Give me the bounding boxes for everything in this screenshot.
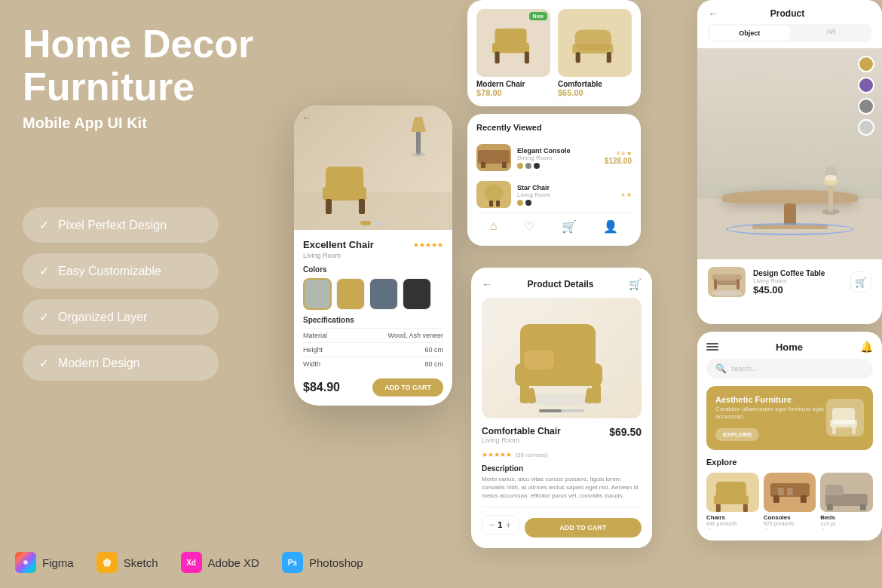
image-dots <box>360 221 386 225</box>
phone-main-mockup: ← ♡ Excellent Chair ★★★★★ Living Room Co… <box>294 106 452 406</box>
svg-point-8 <box>411 152 426 157</box>
pd-reviews: (38 reviews) <box>515 452 548 458</box>
nav-cart-icon[interactable]: 🛒 <box>562 219 577 234</box>
dot-1 <box>360 221 371 225</box>
pd-stars-row: ★★★★★ (38 reviews) <box>482 446 561 460</box>
pd-product-room: Living Room <box>482 436 561 444</box>
explore-beds[interactable]: Beds 214 pr. → <box>820 473 873 531</box>
star-chair-room: Living Room <box>517 191 615 198</box>
swatch-3[interactable] <box>369 278 398 310</box>
notification-bell-icon[interactable]: 🔔 <box>860 341 873 353</box>
pd-chair-image <box>482 298 642 418</box>
ar-product-price: $45.00 <box>753 284 843 296</box>
palette-light[interactable] <box>858 119 874 136</box>
product-modern-chair[interactable]: New Modern Chair $78.00 <box>476 9 550 97</box>
explore-consoles[interactable]: Consoles 925 products → <box>764 473 816 531</box>
menu-line-2 <box>706 346 718 348</box>
dot-3 <box>381 221 386 225</box>
add-to-cart-button[interactable]: ADD TO CART <box>372 378 443 397</box>
ar-view-area <box>697 48 882 259</box>
feature-item-4: ✓ Modern Design <box>23 345 219 381</box>
pd-name-info: Comfortable Chair Living Room ★★★★★ (38 … <box>482 426 561 460</box>
viewed-item-chair[interactable]: Star Chair Living Room 4.★ <box>476 176 632 213</box>
svg-rect-19 <box>502 162 507 168</box>
search-bar[interactable]: 🔍 search... <box>706 359 873 378</box>
star-chair-info: Star Chair Living Room <box>517 184 615 206</box>
nav-heart-icon[interactable]: ♡ <box>435 112 445 124</box>
ar-back-arrow[interactable]: ← <box>708 8 718 20</box>
spec-material: Material Wood, Ash veneer <box>303 328 443 342</box>
explore-section-title: Explore <box>706 458 873 467</box>
svg-marker-1 <box>103 558 111 566</box>
beds-link[interactable]: → <box>820 526 873 531</box>
nav-heart-nav-icon[interactable]: ♡ <box>524 219 534 234</box>
svg-rect-57 <box>860 504 866 510</box>
pd-product-price: $69.50 <box>609 426 642 438</box>
palette-gold[interactable] <box>858 56 874 72</box>
pd-back-arrow[interactable]: ← <box>482 278 492 290</box>
cdot-2 <box>525 163 531 169</box>
promo-banner[interactable]: Aesthetic Furniture Curabitur ullamcorpe… <box>706 386 873 450</box>
figma-label: Figma <box>42 556 74 569</box>
nav-back-arrow[interactable]: ← <box>302 112 312 124</box>
footer-tools: Figma Sketch Xd Adobe XD Ps Photoshop <box>15 552 363 573</box>
pd-title: Product Details <box>527 279 593 289</box>
quantity-plus[interactable]: + <box>505 519 511 531</box>
nav-home-icon[interactable]: ⌂ <box>490 219 498 234</box>
ar-product-info: Design Coffee Table Living Room $45.00 🛒 <box>697 259 882 305</box>
swatch-2[interactable] <box>336 278 365 310</box>
feature-label-4: Modern Design <box>58 357 140 370</box>
quantity-minus[interactable]: − <box>488 519 495 531</box>
svg-point-35 <box>825 175 837 181</box>
star-chair-colors <box>517 200 615 206</box>
ar-color-palette <box>858 56 874 136</box>
svg-rect-15 <box>576 52 580 63</box>
left-section: Home Decor Furniture Mobile App UI Kit ✓… <box>23 23 286 381</box>
palette-purple[interactable] <box>858 77 874 93</box>
pd-add-to-cart-button[interactable]: ADD TO CART <box>525 518 642 537</box>
tab-object[interactable]: Object <box>709 26 790 41</box>
pd-header: ← Product Details 🛒 <box>482 278 642 290</box>
beds-image <box>820 473 873 512</box>
consoles-link[interactable]: → <box>764 526 816 531</box>
explore-chairs[interactable]: Chairs 646 products → <box>706 473 759 531</box>
svg-rect-7 <box>416 132 421 155</box>
chairs-name: Chairs <box>706 514 759 521</box>
ar-cart-button[interactable]: 🛒 <box>850 271 871 292</box>
svg-rect-56 <box>827 504 833 510</box>
figma-icon <box>15 552 36 573</box>
svg-rect-18 <box>481 162 485 168</box>
feature-label-3: Organized Layer <box>58 311 147 324</box>
product-stars: ★★★★★ <box>413 241 443 249</box>
tab-ar[interactable]: AR <box>792 24 872 42</box>
svg-rect-46 <box>714 495 749 504</box>
star-chair-stars: 4.★ <box>621 191 632 198</box>
explore-button[interactable]: EXPLORE <box>715 428 759 441</box>
swatch-4[interactable] <box>403 278 431 310</box>
svg-rect-48 <box>743 504 748 512</box>
tool-figma: Figma <box>15 552 74 573</box>
viewed-item-console[interactable]: Elegant Console Dining Room 4.9 ★ $128.0… <box>476 139 632 176</box>
swatch-1[interactable] <box>303 278 332 310</box>
recently-viewed-title: Recently Viewed <box>476 123 632 132</box>
hamburger-menu-icon[interactable] <box>706 343 718 351</box>
star-chair-thumb <box>476 181 511 208</box>
feature-item-1: ✓ Pixel Perfext Design <box>23 207 219 243</box>
svg-rect-10 <box>492 43 529 53</box>
nav-profile-icon[interactable]: 👤 <box>603 219 618 234</box>
feature-label-2: Easy Customizable <box>58 265 161 278</box>
svg-rect-50 <box>773 495 779 503</box>
product-comfortable[interactable]: Comfortable $65.00 <box>558 9 632 97</box>
pd-cart-icon[interactable]: 🛒 <box>629 278 642 290</box>
chairs-link[interactable]: → <box>706 526 759 531</box>
feature-list: ✓ Pixel Perfext Design ✓ Easy Customizab… <box>23 207 286 381</box>
spec-width-label: Width <box>303 360 320 368</box>
cdot-4 <box>517 200 523 206</box>
spec-height: Height 60 cm <box>303 342 443 357</box>
tool-sketch: Sketch <box>96 552 158 573</box>
svg-point-0 <box>23 560 28 565</box>
chairs-image <box>706 473 759 512</box>
ar-product-card: ← Product Object AR <box>697 0 882 324</box>
menu-line-1 <box>706 343 718 345</box>
palette-gray[interactable] <box>858 98 874 115</box>
